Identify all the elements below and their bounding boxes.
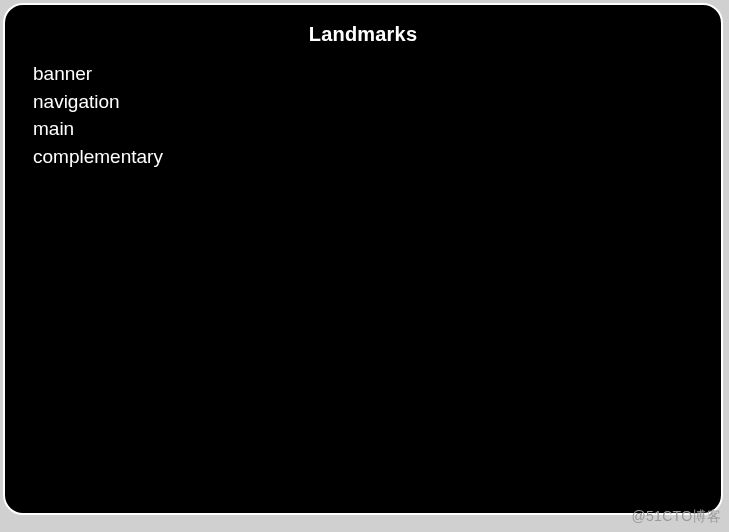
landmark-item-banner[interactable]: banner xyxy=(33,60,693,88)
landmarks-panel: Landmarks banner navigation main complem… xyxy=(3,3,723,515)
landmark-item-main[interactable]: main xyxy=(33,115,693,143)
landmark-item-navigation[interactable]: navigation xyxy=(33,88,693,116)
landmark-list: banner navigation main complementary xyxy=(33,60,693,170)
landmark-item-complementary[interactable]: complementary xyxy=(33,143,693,171)
panel-title: Landmarks xyxy=(33,23,693,46)
watermark-text: @51CTO博客 xyxy=(632,508,721,526)
